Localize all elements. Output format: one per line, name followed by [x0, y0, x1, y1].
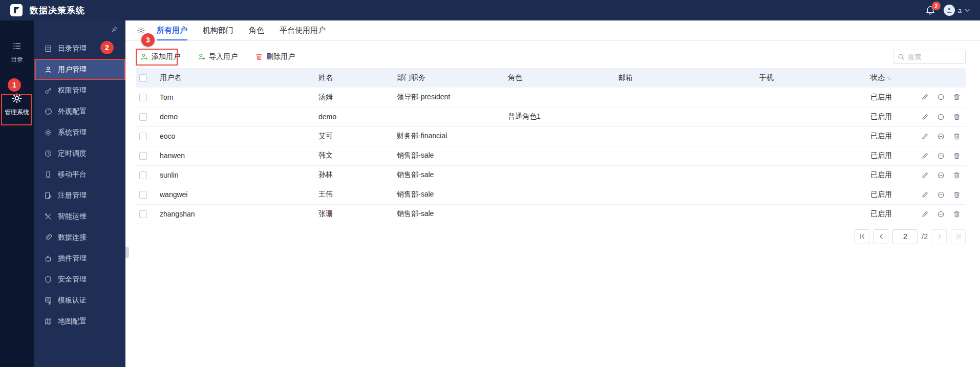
sidebar-item-data-connection[interactable]: 数据连接 — [34, 227, 125, 248]
sidebar-item-template-auth[interactable]: 模板认证 — [34, 290, 125, 311]
delete-user-button[interactable]: 删除用户 — [251, 49, 299, 64]
cell-email — [615, 126, 756, 146]
pin-icon[interactable] — [111, 26, 118, 33]
tab-departments[interactable]: 机构部门 — [203, 20, 233, 40]
sidebar-item-schedule[interactable]: 定时调度 — [34, 143, 125, 164]
header-email: 邮箱 — [615, 68, 756, 88]
app-logo — [10, 4, 23, 16]
header-status-label: 状态 — [870, 73, 885, 81]
doc-edit-icon — [44, 191, 52, 200]
cell-department: 销售部-sale — [394, 204, 505, 224]
sidebar-item-intelligent-ops[interactable]: 智能运维 — [34, 206, 125, 227]
edit-icon[interactable] — [921, 171, 929, 179]
user-menu[interactable]: a — [944, 5, 970, 16]
row-checkbox[interactable] — [139, 171, 147, 179]
tab-platform-users[interactable]: 平台使用用户 — [280, 20, 326, 40]
rail-item-label: 管理系统 — [5, 108, 29, 117]
delete-icon[interactable] — [953, 93, 961, 101]
cell-status: 已启用 — [867, 165, 919, 185]
users-toolbar: 添加用户 导入用户 删除用户 — [136, 49, 966, 65]
sort-icon[interactable]: ↑↓ — [887, 75, 890, 81]
row-checkbox[interactable] — [139, 191, 147, 199]
cell-phone — [756, 165, 867, 185]
sidebar-item-security-management[interactable]: 安全管理 — [34, 269, 125, 290]
gear-icon — [44, 128, 52, 137]
cell-name: demo — [315, 107, 394, 126]
select-all-checkbox[interactable] — [139, 74, 147, 82]
disable-icon[interactable] — [937, 152, 945, 160]
sidebar-item-plugin-management[interactable]: 插件管理 — [34, 248, 125, 269]
catalog-icon — [44, 45, 52, 53]
sidebar-item-catalog-management[interactable]: 目录管理 — [34, 38, 125, 59]
add-user-button[interactable]: 添加用户 — [136, 49, 184, 64]
disable-icon[interactable] — [937, 133, 945, 140]
tab-all-users[interactable]: 所有用户 — [157, 20, 187, 40]
disable-icon[interactable] — [937, 191, 945, 199]
sidebar-resize-handle[interactable] — [125, 247, 129, 258]
delete-icon[interactable] — [953, 113, 961, 121]
prev-page-button[interactable] — [874, 229, 888, 244]
first-page-button[interactable] — [855, 229, 869, 244]
table-row: hanwen 韩文 销售部-sale 已启用 — [136, 146, 966, 165]
disable-icon[interactable] — [937, 210, 945, 218]
row-checkbox[interactable] — [139, 113, 147, 121]
cell-username: hanwen — [157, 146, 315, 165]
disable-icon[interactable] — [937, 93, 945, 101]
row-checkbox[interactable] — [139, 152, 147, 160]
sidebar-item-label: 权限管理 — [58, 86, 87, 95]
header-status[interactable]: 状态↑↓ — [867, 68, 919, 88]
sidebar-item-permission-management[interactable]: 权限管理 — [34, 80, 125, 101]
tab-roles[interactable]: 角色 — [249, 20, 264, 40]
table-row: demo demo 普通角色1 已启用 — [136, 107, 966, 126]
sidebar-item-registration-management[interactable]: 注册管理 — [34, 185, 125, 206]
tab-label: 角色 — [249, 26, 264, 35]
row-checkbox[interactable] — [139, 133, 147, 140]
sidebar-item-mobile-platform[interactable]: 移动平台 — [34, 164, 125, 185]
edit-icon[interactable] — [921, 152, 929, 160]
rail-item-admin-system[interactable]: 管理系统 — [5, 93, 29, 117]
key-icon — [44, 87, 52, 95]
header-phone: 手机 — [756, 68, 867, 88]
sidebar-item-appearance-config[interactable]: 外观配置 — [34, 101, 125, 122]
add-user-icon — [140, 53, 148, 61]
sidebar-item-user-management[interactable]: 用户管理 — [34, 59, 125, 80]
cell-username: zhangshan — [157, 204, 315, 224]
paperclip-icon — [44, 233, 52, 242]
edit-icon[interactable] — [921, 210, 929, 218]
edit-icon[interactable] — [921, 191, 929, 199]
chevron-down-icon — [965, 9, 970, 12]
sidebar-item-system-management[interactable]: 系统管理 — [34, 122, 125, 143]
edit-icon[interactable] — [921, 113, 929, 121]
notification-bell-icon[interactable]: 2 — [925, 5, 935, 15]
sidebar-item-label: 目录管理 — [58, 44, 87, 53]
row-checkbox[interactable] — [139, 94, 147, 101]
delete-icon[interactable] — [953, 152, 961, 160]
delete-icon[interactable] — [953, 171, 961, 179]
delete-user-icon — [255, 53, 263, 61]
delete-icon[interactable] — [953, 191, 961, 199]
shield-icon — [44, 275, 52, 284]
cell-role — [505, 126, 615, 146]
last-page-button[interactable] — [951, 229, 966, 244]
disable-icon[interactable] — [937, 113, 945, 121]
users-table: 用户名 姓名 部门职务 角色 邮箱 手机 状态↑↓ — [136, 68, 966, 224]
search-input[interactable] — [908, 53, 961, 61]
row-checkbox[interactable] — [139, 210, 147, 218]
rail-item-directory[interactable]: 目录 — [11, 41, 23, 64]
disable-icon[interactable] — [937, 171, 945, 179]
header-username: 用户名 — [157, 68, 315, 88]
sidebar-item-label: 模板认证 — [58, 296, 87, 305]
header-name: 姓名 — [315, 68, 394, 88]
cell-department: 销售部-sale — [394, 185, 505, 204]
settings-gear-icon[interactable] — [137, 26, 145, 35]
delete-icon[interactable] — [953, 133, 961, 140]
edit-icon[interactable] — [921, 133, 929, 140]
sidebar-item-map-config[interactable]: 地图配置 — [34, 311, 125, 332]
edit-icon[interactable] — [921, 93, 929, 101]
sidebar-item-label: 地图配置 — [58, 317, 87, 326]
delete-icon[interactable] — [953, 210, 961, 218]
import-user-button[interactable]: 导入用户 — [194, 49, 242, 64]
page-number-input[interactable] — [892, 229, 918, 244]
next-page-button[interactable] — [932, 229, 947, 244]
search-icon — [898, 53, 905, 60]
